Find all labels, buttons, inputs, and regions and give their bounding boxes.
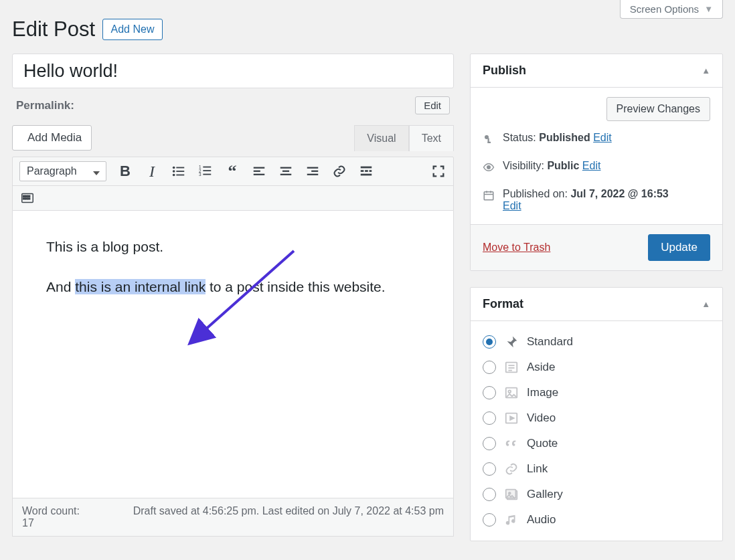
content-line-1: This is a blog post. (46, 236, 420, 258)
format-option-link[interactable]: Link (483, 456, 710, 482)
format-label: Image (527, 386, 558, 399)
format-metabox: Format ▲ StandardAsideImageVideoQuoteLin… (470, 287, 723, 541)
format-option-image[interactable]: Image (483, 380, 710, 405)
svg-point-2 (173, 167, 175, 169)
svg-rect-33 (25, 198, 27, 199)
svg-rect-22 (307, 174, 319, 175)
format-label: Video (527, 411, 556, 425)
pin-icon (504, 335, 519, 349)
key-icon (483, 133, 495, 148)
publish-metabox: Publish ▲ Preview Changes Status: Publis… (470, 54, 723, 271)
permalink-label: Permalink: (16, 99, 74, 112)
align-right-button[interactable] (305, 163, 321, 179)
selected-text: this is an internal link (75, 279, 206, 294)
svg-rect-7 (176, 175, 184, 176)
italic-button[interactable]: I (144, 163, 160, 179)
format-option-audio[interactable]: Audio (483, 507, 710, 533)
format-label: Link (527, 462, 548, 476)
svg-rect-31 (28, 195, 30, 197)
update-button[interactable]: Update (648, 234, 710, 261)
format-option-video[interactable]: Video (483, 405, 710, 431)
format-option-gallery[interactable]: Gallery (483, 482, 710, 507)
align-center-button[interactable] (278, 163, 294, 179)
edit-status-link[interactable]: Edit (593, 132, 612, 143)
edit-date-link[interactable]: Edit (503, 200, 521, 211)
caret-down-icon: ▼ (704, 4, 713, 14)
status-label: Status: (503, 132, 539, 143)
svg-point-6 (173, 174, 175, 177)
numbered-list-button[interactable]: 123 (197, 163, 214, 179)
svg-rect-13 (203, 174, 211, 175)
svg-point-49 (508, 390, 511, 393)
svg-rect-38 (488, 142, 491, 143)
svg-rect-17 (280, 167, 292, 169)
quote-icon (504, 436, 519, 451)
svg-point-53 (509, 492, 511, 494)
bullet-list-button[interactable] (171, 163, 187, 179)
svg-rect-25 (365, 170, 368, 172)
annotation-arrow (187, 244, 307, 351)
format-label: Quote (527, 437, 558, 450)
add-new-button[interactable]: Add New (102, 19, 163, 40)
add-media-button[interactable]: Add Media (12, 125, 92, 151)
publish-heading: Publish (483, 64, 526, 78)
insert-link-button[interactable] (331, 163, 347, 179)
radio-icon (483, 462, 496, 476)
published-on-value: Jul 7, 2022 @ 16:53 (570, 188, 668, 199)
bold-button[interactable]: B (117, 163, 133, 179)
svg-point-4 (173, 170, 175, 173)
blockquote-button[interactable]: “ (224, 163, 240, 179)
tab-visual[interactable]: Visual (354, 125, 408, 151)
align-left-button[interactable] (251, 163, 267, 179)
svg-rect-23 (361, 167, 372, 169)
collapse-publish-button[interactable]: ▲ (702, 66, 710, 76)
radio-icon (483, 488, 496, 501)
svg-rect-29 (23, 195, 25, 197)
collapse-format-button[interactable]: ▲ (702, 299, 710, 309)
audio-icon (504, 512, 519, 527)
format-option-aside[interactable]: Aside (483, 355, 710, 380)
format-heading: Format (483, 297, 523, 311)
radio-icon (483, 411, 496, 425)
last-edited-text: Draft saved at 4:56:25 pm. Last edited o… (133, 505, 444, 529)
word-count-label: Word count: (22, 505, 80, 517)
svg-rect-40 (484, 192, 493, 200)
svg-text:3: 3 (199, 172, 201, 177)
toolbar-toggle-button[interactable] (19, 190, 35, 206)
calendar-icon (483, 189, 495, 204)
svg-rect-20 (307, 167, 319, 169)
visibility-label: Visibility: (503, 160, 547, 171)
radio-icon (483, 437, 496, 450)
svg-rect-30 (25, 195, 27, 197)
fullscreen-button[interactable] (430, 163, 446, 179)
word-count-value: 17 (22, 517, 34, 529)
format-option-standard[interactable]: Standard (483, 329, 710, 355)
page-title: Edit Post (12, 17, 95, 41)
aside-icon (504, 360, 519, 375)
svg-rect-19 (280, 174, 292, 175)
eye-icon (483, 161, 495, 176)
content-line-2: And this is an internal link to a post i… (46, 276, 420, 298)
visibility-value: Public (547, 160, 579, 171)
svg-rect-18 (282, 171, 289, 172)
editor-content[interactable]: This is a blog post. And this is an inte… (12, 211, 454, 498)
permalink-edit-button[interactable]: Edit (415, 96, 450, 114)
block-format-dropdown[interactable]: Paragraph (19, 161, 106, 181)
svg-rect-11 (203, 170, 211, 171)
editor-toolbar: Paragraph B I 123 “ (12, 157, 454, 211)
post-title-input[interactable] (12, 54, 454, 88)
radio-icon (483, 386, 496, 399)
svg-rect-16 (254, 174, 265, 175)
published-on-label: Published on: (503, 188, 570, 199)
screen-options-toggle[interactable]: Screen Options ▼ (620, 0, 723, 19)
edit-visibility-link[interactable]: Edit (582, 160, 601, 171)
preview-changes-button[interactable]: Preview Changes (606, 97, 710, 121)
svg-rect-24 (361, 170, 364, 172)
insert-more-button[interactable] (358, 163, 374, 179)
svg-rect-21 (311, 171, 318, 172)
screen-options-label: Screen Options (630, 3, 699, 15)
move-to-trash-link[interactable]: Move to Trash (483, 242, 550, 254)
svg-point-39 (487, 166, 491, 169)
format-option-quote[interactable]: Quote (483, 431, 710, 456)
tab-text[interactable]: Text (409, 125, 454, 151)
